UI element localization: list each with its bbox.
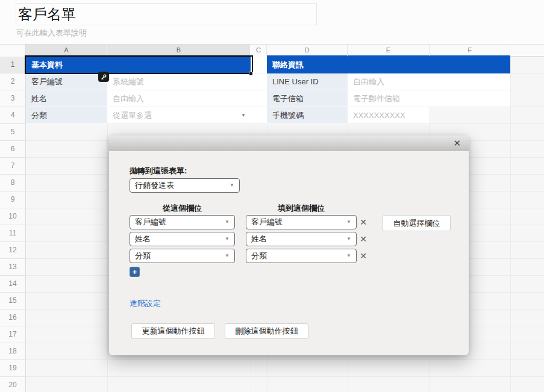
column-header-a[interactable]: A bbox=[26, 45, 107, 57]
link-and-load-dialog: ✕ 拋轉到這張表單: 行銷發送表 ▼ 從這個欄位 填到這個欄位 客戶編號 ▼ 客… bbox=[109, 135, 469, 355]
remove-mapping-button-1[interactable]: ✕ bbox=[359, 216, 367, 228]
row-header-20[interactable]: 20 bbox=[0, 377, 25, 392]
chevron-down-icon: ▼ bbox=[225, 232, 230, 246]
mapping-from-select-3[interactable]: 分類 ▼ bbox=[130, 249, 235, 263]
row-header-19[interactable]: 19 bbox=[0, 360, 25, 377]
section-header-cell-basic-info[interactable]: 基本資料 bbox=[26, 57, 252, 73]
row-header-17[interactable]: 17 bbox=[0, 326, 25, 343]
field-label-cell-name[interactable]: 姓名 bbox=[26, 90, 107, 107]
mapping-from-value: 姓名 bbox=[135, 234, 151, 243]
chevron-down-icon: ▼ bbox=[346, 232, 351, 246]
row-header-3[interactable]: 3 bbox=[0, 90, 25, 107]
update-action-button[interactable]: 更新這個動作按鈕 bbox=[131, 323, 215, 339]
row-header-7[interactable]: 7 bbox=[0, 158, 25, 175]
row-header-11[interactable]: 11 bbox=[0, 225, 25, 242]
delete-action-button[interactable]: 刪除這個動作按鈕 bbox=[225, 323, 308, 339]
field-label-cell-email[interactable]: 電子信箱 bbox=[267, 90, 348, 107]
mapping-to-value: 客戶編號 bbox=[251, 217, 283, 226]
sheet-corner-box[interactable] bbox=[0, 45, 26, 57]
spreadsheet-form-designer: 客戶名單 可在此輸入表單說明 ABCDEF 123456789101112131… bbox=[0, 0, 544, 392]
fill-handle[interactable] bbox=[249, 72, 253, 76]
key-field-icon bbox=[98, 72, 109, 82]
target-form-label: 拋轉到這張表單: bbox=[130, 166, 187, 176]
field-label-cell-customer-id[interactable]: 客戶編號 bbox=[26, 73, 107, 90]
row-header-9[interactable]: 9 bbox=[0, 191, 25, 208]
column-header-e[interactable]: E bbox=[348, 45, 430, 57]
field-label-cell-line-user-id[interactable]: LINE User ID bbox=[267, 73, 348, 90]
field-value-cell-email[interactable]: 電子郵件信箱 bbox=[348, 90, 510, 107]
chevron-down-icon: ▼ bbox=[225, 216, 230, 229]
row-header-10[interactable]: 10 bbox=[0, 208, 25, 225]
form-header-bar: 客戶名單 可在此輸入表單說明 bbox=[0, 0, 544, 45]
close-icon[interactable]: ✕ bbox=[453, 138, 461, 149]
row-header-12[interactable]: 12 bbox=[0, 242, 25, 259]
mapping-from-select-2[interactable]: 姓名 ▼ bbox=[130, 232, 235, 246]
chevron-down-icon: ▼ bbox=[241, 107, 246, 124]
field-value-cell-category[interactable]: 從選單多選 ▼ bbox=[107, 107, 251, 124]
row-header-8[interactable]: 8 bbox=[0, 175, 25, 191]
section-header-cell-contact-info[interactable]: 聯絡資訊 bbox=[267, 57, 510, 73]
remove-mapping-button-3[interactable]: ✕ bbox=[359, 250, 367, 262]
remove-mapping-button-2[interactable]: ✕ bbox=[359, 233, 367, 245]
mapping-to-select-2[interactable]: 姓名 ▼ bbox=[246, 232, 357, 246]
target-form-value: 行銷發送表 bbox=[135, 181, 174, 190]
field-value-cell-customer-id[interactable]: 系統編號 bbox=[107, 73, 251, 90]
form-description-input[interactable]: 可在此輸入表單說明 bbox=[16, 28, 317, 39]
row-header-6[interactable]: 6 bbox=[0, 141, 25, 158]
field-label-cell-category[interactable]: 分類 bbox=[26, 107, 107, 124]
chevron-down-icon: ▼ bbox=[230, 179, 234, 192]
row-header-1[interactable]: 1 bbox=[0, 57, 25, 73]
row-header-2[interactable]: 2 bbox=[0, 73, 25, 90]
column-header-f[interactable]: F bbox=[430, 45, 510, 57]
row-header-4[interactable]: 4 bbox=[0, 107, 25, 124]
chevron-down-icon: ▼ bbox=[225, 249, 230, 263]
column-header-d[interactable]: D bbox=[267, 45, 348, 57]
field-label-cell-mobile[interactable]: 手機號碼 bbox=[267, 107, 348, 124]
column-header-c[interactable]: C bbox=[251, 45, 267, 57]
mapping-from-value: 客戶編號 bbox=[135, 217, 166, 226]
row-header-14[interactable]: 14 bbox=[0, 276, 25, 293]
chevron-down-icon: ▼ bbox=[346, 249, 351, 263]
row-header-13[interactable]: 13 bbox=[0, 259, 25, 276]
mapping-to-select-3[interactable]: 分類 ▼ bbox=[246, 249, 357, 263]
mapping-from-select-1[interactable]: 客戶編號 ▼ bbox=[130, 215, 235, 229]
field-value-cell-line-user-id[interactable]: 自由輸入 bbox=[348, 73, 510, 90]
field-value-placeholder: 從選單多選 bbox=[113, 111, 152, 120]
grid-vline bbox=[510, 57, 511, 392]
chevron-down-icon: ▼ bbox=[346, 216, 351, 229]
row-header-18[interactable]: 18 bbox=[0, 343, 25, 360]
field-value-cell-mobile[interactable]: XXXXXXXXXX bbox=[348, 107, 430, 124]
to-field-header: 填到這個欄位 bbox=[246, 203, 357, 214]
row-header-5[interactable]: 5 bbox=[0, 124, 25, 141]
target-form-select[interactable]: 行銷發送表 ▼ bbox=[130, 178, 240, 193]
column-header-b[interactable]: B bbox=[107, 45, 251, 57]
mapping-to-select-1[interactable]: 客戶編號 ▼ bbox=[246, 215, 357, 229]
form-title-input[interactable]: 客戶名單 bbox=[16, 3, 317, 25]
empty-column-c-cells[interactable] bbox=[251, 57, 267, 124]
add-mapping-button[interactable]: + bbox=[130, 267, 140, 277]
from-field-header: 從這個欄位 bbox=[130, 203, 235, 214]
mapping-to-value: 姓名 bbox=[251, 234, 267, 243]
field-value-cell-name[interactable]: 自由輸入 bbox=[107, 90, 251, 107]
mapping-to-value: 分類 bbox=[251, 251, 267, 260]
row-header-16[interactable]: 16 bbox=[0, 310, 25, 326]
mapping-from-value: 分類 bbox=[135, 251, 151, 260]
advanced-settings-link[interactable]: 進階設定 bbox=[130, 298, 161, 309]
auto-select-fields-button[interactable]: 自動選擇欄位 bbox=[383, 215, 451, 231]
dialog-titlebar[interactable]: ✕ bbox=[109, 135, 469, 152]
row-header-15[interactable]: 15 bbox=[0, 293, 25, 310]
